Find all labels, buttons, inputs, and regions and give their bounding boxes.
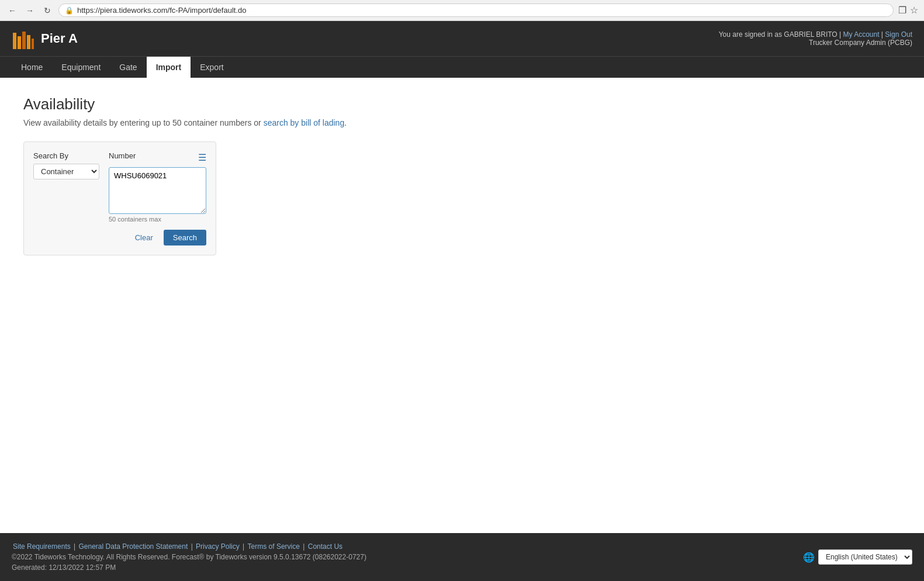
search-by-label: Search By: [33, 151, 99, 160]
svg-rect-2: [22, 32, 26, 49]
language-select-container: 🌐 English (United States): [803, 549, 912, 565]
search-by-dropdown[interactable]: Container Bill of Lading: [33, 164, 99, 179]
footer-generated: Generated: 12/13/2022 12:57 PM: [12, 563, 366, 572]
list-icon[interactable]: ☰: [198, 152, 206, 163]
app-header: Pier A You are signed in as GABRIEL BRIT…: [0, 21, 924, 56]
footer-links: Site Requirements | General Data Protect…: [12, 542, 366, 551]
logo-text: Pier A: [41, 31, 78, 46]
svg-rect-1: [18, 36, 21, 49]
lock-icon: 🔒: [65, 6, 74, 15]
footer-left: Site Requirements | General Data Protect…: [12, 542, 366, 572]
subtitle-post: .: [344, 118, 347, 127]
nav-equipment[interactable]: Equipment: [52, 57, 110, 78]
page-subtitle: View availability details by entering up…: [23, 118, 901, 127]
globe-icon: 🌐: [803, 552, 815, 563]
bill-of-lading-link[interactable]: search by bill of lading: [264, 118, 345, 127]
footer-contact[interactable]: Contact Us: [308, 542, 342, 551]
forward-button[interactable]: →: [23, 4, 36, 17]
my-account-link[interactable]: My Account: [843, 30, 879, 39]
svg-rect-3: [27, 35, 30, 49]
footer-site-requirements[interactable]: Site Requirements: [13, 542, 71, 551]
user-greeting: You are signed in as GABRIEL BRITO |: [719, 30, 841, 39]
back-button[interactable]: ←: [6, 4, 19, 17]
app-footer: Site Requirements | General Data Protect…: [0, 533, 924, 581]
number-label: Number: [109, 151, 136, 160]
language-select[interactable]: English (United States): [818, 549, 912, 565]
nav-home[interactable]: Home: [12, 57, 52, 78]
search-by-col: Search By Container Bill of Lading: [33, 151, 99, 179]
clear-button[interactable]: Clear: [129, 230, 159, 245]
search-by-section: Search By Container Bill of Lading Numbe…: [33, 151, 206, 223]
nav-gate[interactable]: Gate: [110, 57, 146, 78]
svg-rect-4: [32, 39, 34, 49]
number-col: Number ☰ 50 containers max: [109, 151, 206, 223]
nav-export[interactable]: Export: [191, 57, 233, 78]
footer-terms[interactable]: Terms of Service: [248, 542, 300, 551]
copyright-text: ©2022 Tideworks Technology. All Rights R…: [12, 553, 366, 561]
address-bar[interactable]: 🔒 https://piera.tideworks.com/fc-PA/impo…: [58, 4, 894, 17]
search-panel: Search By Container Bill of Lading Numbe…: [23, 141, 216, 255]
share-button[interactable]: ❐: [898, 5, 906, 16]
app-logo: Pier A: [12, 27, 78, 50]
app-nav: Home Equipment Gate Import Export: [0, 56, 924, 78]
max-label: 50 containers max: [109, 216, 206, 223]
pier-a-logo-icon: [12, 27, 35, 50]
sign-out-link[interactable]: Sign Out: [885, 30, 912, 39]
browser-chrome: ← → ↻ 🔒 https://piera.tideworks.com/fc-P…: [0, 0, 924, 21]
bookmark-button[interactable]: ☆: [910, 5, 918, 16]
footer-privacy[interactable]: Privacy Policy: [196, 542, 240, 551]
search-actions: Clear Search: [33, 230, 206, 245]
reload-button[interactable]: ↻: [41, 4, 54, 17]
main-content: Availability View availability details b…: [0, 78, 924, 533]
number-textarea[interactable]: [109, 167, 206, 214]
url-text: https://piera.tideworks.com/fc-PA/import…: [77, 6, 247, 15]
search-button[interactable]: Search: [164, 230, 206, 245]
nav-import[interactable]: Import: [147, 57, 191, 78]
browser-actions: ❐ ☆: [898, 5, 918, 16]
page-title: Availability: [23, 95, 901, 113]
user-role: Trucker Company Admin (PCBG): [719, 39, 912, 47]
subtitle-pre: View availability details by entering up…: [23, 118, 264, 127]
footer-gdpr[interactable]: General Data Protection Statement: [79, 542, 188, 551]
svg-rect-0: [13, 33, 16, 49]
footer-copyright: ©2022 Tideworks Technology. All Rights R…: [12, 553, 366, 561]
header-user-info: You are signed in as GABRIEL BRITO | My …: [719, 30, 912, 47]
